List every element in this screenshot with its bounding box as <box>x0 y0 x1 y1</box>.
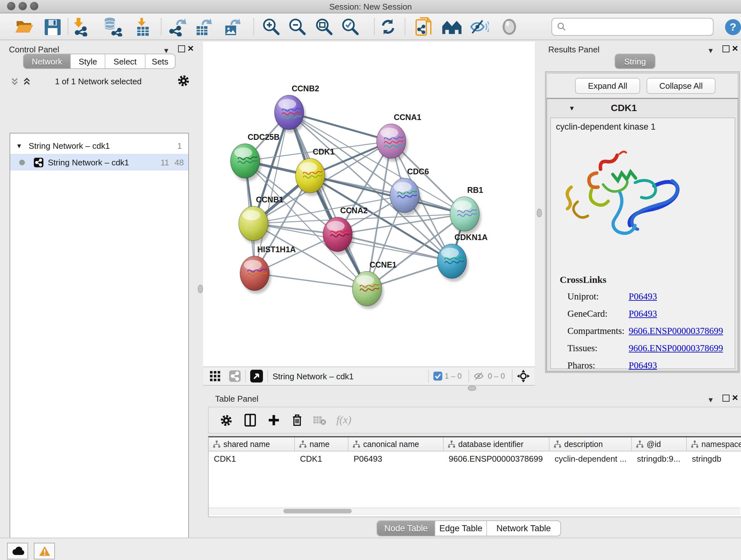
network-edge[interactable] <box>289 112 367 289</box>
results-panel-maximize-icon[interactable] <box>723 45 730 52</box>
selected-checkbox-icon[interactable] <box>433 372 442 381</box>
table-panel-close-icon[interactable]: × <box>732 394 738 401</box>
results-panel-close-icon[interactable]: × <box>732 45 738 52</box>
inspect-eye-button[interactable] <box>499 17 520 37</box>
column-header[interactable]: name <box>295 437 348 451</box>
control-panel-maximize-icon[interactable] <box>178 45 185 52</box>
network-node-HIST1H1A[interactable]: HIST1H1A <box>240 245 296 294</box>
tab-network[interactable]: Network <box>23 54 71 68</box>
left-splitter-handle[interactable] <box>198 285 203 293</box>
collapse-all-button[interactable]: Collapse All <box>647 78 716 94</box>
network-tree-root-row[interactable]: ▼ String Network – cdk1 1 <box>10 137 188 154</box>
results-panel-float-icon[interactable]: ▼ <box>707 47 714 54</box>
export-image-button[interactable] <box>222 17 243 37</box>
network-options-gear-icon[interactable] <box>178 75 190 89</box>
import-table-button[interactable] <box>133 17 153 37</box>
search-input[interactable] <box>569 22 713 32</box>
tab-network-table[interactable]: Network Table <box>487 521 560 536</box>
crosslinks-heading: CrossLinks <box>560 274 606 286</box>
export-table-button[interactable] <box>193 17 214 37</box>
birdseye-toggle-icon[interactable] <box>250 370 263 382</box>
export-network-button[interactable] <box>167 17 188 37</box>
string-home-button[interactable] <box>442 17 462 37</box>
network-node-RB1[interactable]: RB1 <box>450 186 483 234</box>
network-node-CDKN1A[interactable]: CDKN1A <box>437 233 488 282</box>
share-document-icon <box>415 17 433 37</box>
control-panel-close-icon[interactable]: × <box>188 45 194 52</box>
cdk1-collapse-arrow-icon[interactable]: ▼ <box>569 105 575 112</box>
string-network-graph[interactable]: CCNB2CCNA1CDC25BCDK1CDC6RB1CCNB1CCNA2CDK… <box>203 42 535 367</box>
import-network-file-button[interactable] <box>71 17 91 37</box>
genecard-link[interactable]: P06493 <box>629 308 657 319</box>
results-panel-title: Results Panel <box>548 45 599 54</box>
node-label: CCNA2 <box>340 206 367 215</box>
zoom-in-button[interactable] <box>261 17 281 37</box>
import-network-database-button[interactable] <box>102 17 123 37</box>
expand-all-button[interactable]: Expand All <box>575 78 640 94</box>
refresh-button[interactable] <box>378 17 398 37</box>
column-header[interactable]: database identifier <box>444 437 549 451</box>
toolbar-separator <box>68 18 68 35</box>
tab-string[interactable]: String <box>615 54 655 68</box>
node-label: CCNB2 <box>292 84 319 93</box>
control-panel-tab-bar: Network Style Select Sets <box>23 54 176 69</box>
table-panel-maximize-icon[interactable] <box>723 395 730 401</box>
cloud-icon <box>11 547 24 556</box>
toolbar-separator <box>253 18 254 35</box>
control-panel-float-icon[interactable]: ▼ <box>163 47 170 54</box>
network-node-CCNE1[interactable]: CCNE1 <box>352 260 397 309</box>
tree-collapse-arrow-icon[interactable]: ▼ <box>16 142 22 149</box>
save-session-button[interactable] <box>42 17 63 37</box>
share-view-icon[interactable] <box>229 370 241 382</box>
pan-crosshair-icon[interactable] <box>517 370 530 382</box>
column-header[interactable]: shared name <box>209 437 295 451</box>
tab-sets[interactable]: Sets <box>145 54 175 68</box>
warning-status-button[interactable] <box>34 543 55 559</box>
table-toolbar: f(x) <box>208 407 741 434</box>
compartments-link[interactable]: 9606.ENSP00000378699 <box>629 326 723 336</box>
table-options-gear-icon[interactable] <box>220 414 232 426</box>
network-canvas[interactable]: CCNB2CCNA1CDC25BCDK1CDC6RB1CCNB1CCNA2CDK… <box>203 42 535 367</box>
save-floppy-icon <box>44 18 61 36</box>
column-header[interactable]: canonical name <box>348 437 444 451</box>
help-button[interactable]: ? <box>723 17 741 37</box>
delete-column-icon[interactable] <box>292 414 302 427</box>
bottom-splitter-handle[interactable] <box>468 386 476 391</box>
open-session-button[interactable] <box>14 17 35 37</box>
zoom-selected-button[interactable] <box>340 17 360 37</box>
pharos-link[interactable]: P06493 <box>629 360 657 371</box>
zoom-fit-icon <box>315 17 333 36</box>
select-columns-icon[interactable] <box>245 414 256 427</box>
node-label: CDC6 <box>407 167 429 176</box>
network-node-CCNA1[interactable]: CCNA1 <box>377 113 421 162</box>
network-edge[interactable] <box>255 273 367 289</box>
zoom-out-button[interactable] <box>287 17 308 37</box>
scrollbar-thumb[interactable] <box>283 509 352 513</box>
column-header[interactable]: @id <box>632 437 687 451</box>
cloud-status-button[interactable] <box>7 543 28 559</box>
grid-view-icon[interactable] <box>210 371 221 381</box>
tab-select[interactable]: Select <box>106 54 145 68</box>
zoom-fit-button[interactable] <box>314 17 334 37</box>
table-panel-float-icon[interactable]: ▼ <box>707 396 714 403</box>
hide-glasses-button[interactable] <box>469 17 489 37</box>
houses-icon <box>442 18 462 35</box>
tab-style[interactable]: Style <box>71 54 106 68</box>
cdk1-section-title: CDK1 <box>611 102 637 113</box>
column-header[interactable]: namespace <box>687 437 741 451</box>
tissues-link[interactable]: 9606.ENSP00000378699 <box>629 343 723 354</box>
share-document-button[interactable] <box>414 17 434 37</box>
table-row[interactable]: CDK1 CDK1 P06493 9606.ENSP00000378699 cy… <box>209 451 741 465</box>
node-table: shared name name canonical name database… <box>208 436 741 517</box>
column-header[interactable]: description <box>549 437 632 451</box>
uniprot-link[interactable]: P06493 <box>629 291 657 302</box>
add-column-icon[interactable] <box>268 415 280 426</box>
search-field[interactable] <box>551 18 714 36</box>
network-tree-selected-row[interactable]: String Network – cdk1 11 48 <box>10 154 188 171</box>
node-label: HIST1H1A <box>257 245 296 254</box>
hidden-eye-icon[interactable] <box>474 372 485 381</box>
network-node-CDK1[interactable]: CDK1 <box>295 147 334 196</box>
network-view-title: String Network – cdk1 <box>273 371 354 381</box>
tab-edge-table[interactable]: Edge Table <box>435 521 487 536</box>
tab-node-table[interactable]: Node Table <box>377 521 435 536</box>
